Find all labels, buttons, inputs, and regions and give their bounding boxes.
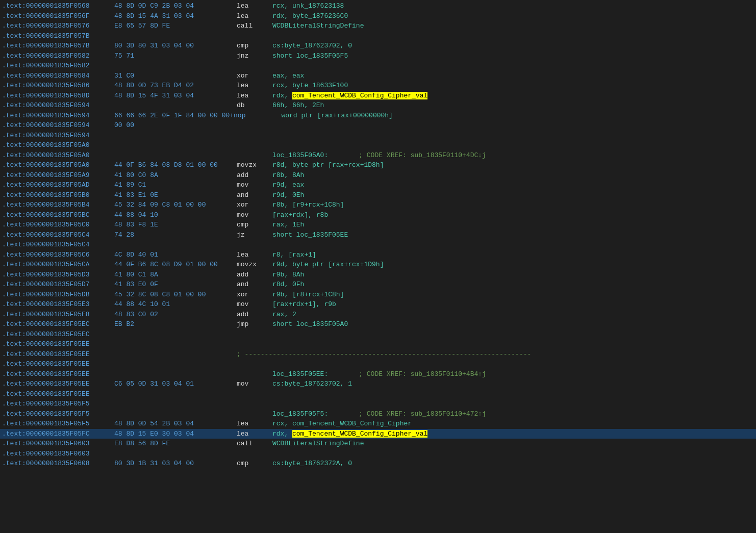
code-line: .text:00000001835F057B80 3D 80 31 03 04 … [0, 41, 756, 51]
code-line: .text:00000001835F0594 [0, 131, 756, 141]
mnemonic-col: mov [237, 379, 272, 389]
address-col: .text:00000001835F0568 [2, 1, 114, 11]
code-line: .text:00000001835F05EE [0, 359, 756, 369]
operands-col: r8d, byte ptr [rax+rcx+1D8h] [272, 160, 754, 170]
address-col: .text:00000001835F0603 [2, 449, 114, 459]
bytes-col: C6 05 0D 31 03 04 01 [114, 379, 237, 389]
address-col: .text:00000001835F05EC [2, 329, 114, 340]
code-line: .text:00000001835F05B041 83 E1 0Eandr9d,… [0, 190, 756, 200]
mnemonic-col: jz [237, 230, 272, 240]
bytes-col: 44 0F B6 84 08 D8 01 00 00 [114, 160, 237, 170]
operands-col: [rax+rdx], r8b [272, 210, 754, 220]
mnemonic-col: movzx [237, 160, 272, 170]
bytes-col: 41 80 C0 8A [114, 170, 237, 181]
mnemonic-col: cmp [237, 459, 272, 469]
address-col: .text:00000001835F05A0 [2, 160, 114, 170]
code-line: .text:00000001835F0594db66h, 66h, 2Eh [0, 100, 756, 111]
address-col: .text:00000001835F05C6 [2, 250, 114, 260]
address-col: .text:00000001835F05E8 [2, 310, 114, 320]
code-line: .text:00000001835F05AD41 89 C1movr9d, ea… [0, 180, 756, 190]
operands-col: rdx, byte_1876236C0 [272, 11, 754, 21]
mnemonic-col: add [237, 310, 272, 320]
address-col: .text:00000001835F05CA [2, 260, 114, 270]
code-line: .text:00000001835F058275 71jnzshort loc_… [0, 51, 756, 61]
code-line: .text:00000001835F058648 8D 0D 73 EB D4 … [0, 81, 756, 91]
code-line: .text:00000001835F0603 [0, 449, 756, 459]
operands-col: cs:byte_18762372A, 0 [272, 459, 754, 469]
address-col: .text:00000001835F0584 [2, 71, 114, 81]
bytes-col: 48 8D 0D C9 2B 03 04 [114, 1, 237, 11]
operands-col: word ptr [rax+rax+00000000h] [281, 111, 754, 121]
code-line: .text:00000001835F05DB45 32 8C 08 C8 01 … [0, 290, 756, 300]
address-col: .text:00000001835F0603 [2, 439, 114, 449]
code-line: .text:00000001835F05F548 8D 0D 54 2B 03 … [0, 419, 756, 429]
address-col: .text:00000001835F058D [2, 91, 114, 101]
address-col: .text:00000001835F05FC [2, 429, 114, 439]
operands-col: 66h, 66h, 2Eh [272, 100, 754, 111]
mnemonic-col: xor [237, 290, 272, 300]
address-col: .text:00000001835F05C4 [2, 230, 114, 240]
mnemonic-col: and [237, 190, 272, 200]
address-col: .text:00000001835F056F [2, 11, 114, 21]
operand-highlighted: com_Tencent_WCDB_Config_Cipher_val [292, 430, 427, 438]
address-col: .text:00000001835F05E3 [2, 299, 114, 310]
operand-prefix: rdx, [272, 92, 292, 99]
operands-col: rax, 2 [272, 310, 754, 320]
address-col: .text:00000001835F05D7 [2, 280, 114, 290]
bytes-col: 48 8D 0D 73 EB D4 02 [114, 81, 237, 91]
address-col: .text:00000001835F0594 [2, 131, 114, 141]
bytes-col: 74 28 [114, 230, 237, 240]
bytes-col: 48 8D 15 E0 30 03 04 [114, 429, 237, 439]
operands-col: WCDBLiteralStringDefine [272, 439, 754, 449]
operands-col: r9d, 0Eh [272, 190, 754, 200]
bytes-col: EB B2 [114, 319, 237, 329]
code-line: .text:00000001835F05E848 83 C0 02addrax,… [0, 310, 756, 320]
mnemonic-col: call [237, 439, 272, 449]
operands-col: rcx, com_Tencent_WCDB_Config_Cipher [272, 419, 754, 429]
bytes-col: E8 D8 56 8D FE [114, 439, 237, 449]
address-col: .text:00000001835F05EC [2, 319, 114, 329]
code-line: .text:00000001835F05F5 [0, 399, 756, 409]
address-col: .text:00000001835F0594 [2, 111, 114, 121]
operands-col: cs:byte_187623702, 1 [272, 379, 754, 389]
bytes-col: 41 83 E1 0E [114, 190, 237, 200]
mnemonic-col: jmp [237, 319, 272, 329]
bytes-col: 80 3D 80 31 03 04 00 [114, 41, 237, 51]
operands-col: r8b, [r9+rcx+1C8h] [272, 200, 754, 210]
disassembly-view: .text:00000001835F056848 8D 0D C9 2B 03 … [0, 0, 756, 470]
operands-col: short loc_1835F05A0 [272, 319, 754, 329]
bytes-col: 66 66 66 2E 0F 1F 84 00 00 00+nop [114, 111, 245, 121]
mnemonic-col: cmp [237, 41, 272, 51]
bytes-col: E8 65 57 8D FE [114, 21, 237, 31]
code-line: .text:00000001835F058431 C0xoreax, eax [0, 71, 756, 81]
code-line: .text:00000001835F05C048 83 F8 1Ecmprax,… [0, 220, 756, 230]
address-col: .text:00000001835F05EE [2, 359, 114, 369]
mnemonic-col: lea [237, 419, 272, 429]
code-line: .text:00000001835F05EE [0, 339, 756, 349]
code-line: .text:00000001835F05EEC6 05 0D 31 03 04 … [0, 379, 756, 389]
mnemonic-col: lea [237, 250, 272, 260]
address-col: .text:00000001835F05EE [2, 349, 114, 360]
bytes-col: 75 71 [114, 51, 237, 61]
code-line: .text:00000001835F05ECEB B2jmpshort loc_… [0, 319, 756, 329]
mnemonic-col: add [237, 270, 272, 280]
code-line: .text:00000001835F056F48 8D 15 4A 31 03 … [0, 11, 756, 21]
code-line: .text:00000001835F05B445 32 84 09 C8 01 … [0, 200, 756, 210]
code-line: .text:00000001835F058D48 8D 15 4F 31 03 … [0, 91, 756, 101]
operands-col: WCDBLiteralStringDefine [272, 21, 754, 31]
address-col: .text:00000001835F0582 [2, 51, 114, 61]
code-line: .text:00000001835F05C4 [0, 240, 756, 250]
address-col: .text:00000001835F0608 [2, 459, 114, 469]
mnemonic-col: jnz [237, 51, 272, 61]
code-line: .text:00000001835F05C474 28jzshort loc_1… [0, 230, 756, 240]
code-line: .text:00000001835F05EC [0, 329, 756, 340]
operands-col: r8, [rax+1] [272, 250, 754, 260]
operands-col: r9b, 8Ah [272, 270, 754, 280]
code-line: .text:00000001835F05CA44 0F B6 8C 08 D9 … [0, 260, 756, 270]
loc-label: loc_1835F05EE: [272, 369, 328, 379]
code-line: .text:00000001835F05EE [0, 389, 756, 399]
code-line: .text:00000001835F05F5loc_1835F05F5:; CO… [0, 409, 756, 419]
code-line: .text:00000001835F059466 66 66 2E 0F 1F … [0, 111, 756, 121]
operands-col: [rax+rdx+1], r9b [272, 299, 754, 310]
bytes-col: 41 80 C1 8A [114, 270, 237, 280]
